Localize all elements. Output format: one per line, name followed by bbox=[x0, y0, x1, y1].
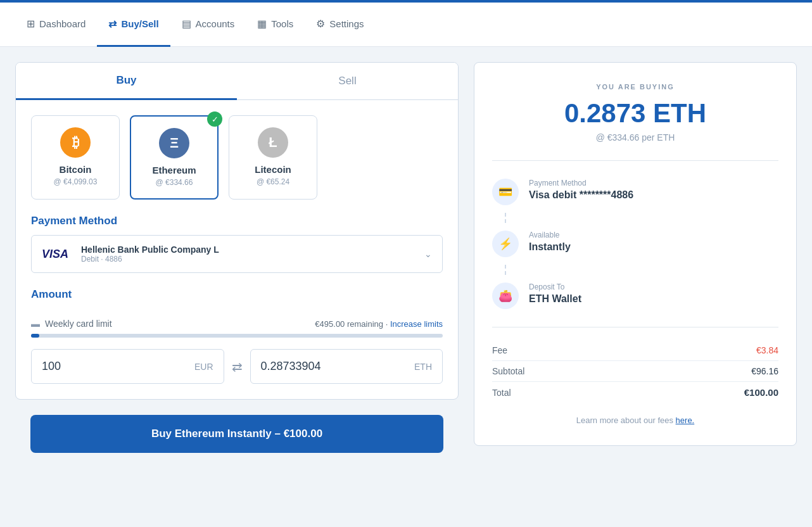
amount-inputs: EUR ⇄ ETH bbox=[31, 349, 443, 384]
bitcoin-name: Bitcoin bbox=[42, 164, 109, 175]
credit-card-icon: 💳 bbox=[498, 185, 512, 199]
limit-label: ▬ Weekly card limit bbox=[31, 319, 112, 329]
summary-card: YOU ARE BUYING 0.2873 ETH @ €334.66 per … bbox=[474, 62, 797, 446]
nav-label-settings: Settings bbox=[329, 18, 364, 29]
buy-button[interactable]: Buy Ethereum Instantly – €100.00 bbox=[30, 415, 443, 453]
nav-label-accounts: Accounts bbox=[196, 18, 235, 29]
payment-section-label: Payment Method bbox=[16, 200, 458, 235]
ethereum-name: Ethereum bbox=[141, 165, 207, 175]
bitcoin-icon: ₿ bbox=[60, 127, 91, 158]
available-label: Available bbox=[529, 231, 571, 239]
summary-payment-row: 💳 Payment Method Visa debit ********4886 bbox=[492, 171, 778, 213]
payment-details: Hellenic Bank Public Company L Debit · 4… bbox=[81, 244, 417, 264]
settings-icon: ⚙ bbox=[316, 18, 325, 30]
crypto-card-ethereum[interactable]: ✓ Ξ Ethereum @ €334.66 bbox=[130, 115, 219, 200]
left-panel: Buy Sell ₿ Bitcoin @ €4,099.03 ✓ Ξ Ether… bbox=[15, 62, 459, 512]
chevron-down-icon: ⌄ bbox=[424, 249, 432, 259]
litecoin-price: @ €65.24 bbox=[239, 177, 307, 186]
amount-section-label: Amount bbox=[16, 273, 458, 308]
tabs: Buy Sell bbox=[16, 63, 458, 100]
buy-amount-display: 0.2873 ETH bbox=[492, 98, 778, 129]
fee-section: Fee €3.84 Subtotal €96.16 Total €100.00 bbox=[492, 340, 778, 403]
card-type: Debit · 4886 bbox=[81, 255, 417, 264]
tab-sell[interactable]: Sell bbox=[237, 63, 458, 99]
buy-rate-display: @ €334.66 per ETH bbox=[492, 132, 778, 143]
divider-2 bbox=[492, 327, 778, 327]
progress-fill bbox=[31, 334, 39, 338]
weekly-limit-text: Weekly card limit bbox=[45, 319, 112, 329]
fees-link[interactable]: here. bbox=[676, 416, 695, 425]
payment-icon-wrap: 💳 bbox=[492, 179, 519, 205]
card-icon: ▬ bbox=[31, 319, 40, 329]
nav-item-settings[interactable]: ⚙ Settings bbox=[305, 3, 375, 47]
eur-currency-label: EUR bbox=[194, 362, 213, 372]
crypto-card-litecoin[interactable]: Ł Litecoin @ €65.24 bbox=[229, 115, 317, 200]
right-panel: YOU ARE BUYING 0.2873 ETH @ €334.66 per … bbox=[459, 62, 797, 512]
progress-bar bbox=[31, 334, 443, 338]
deposit-icon-wrap: 👛 bbox=[492, 283, 519, 309]
accounts-icon: ▤ bbox=[182, 18, 191, 30]
limit-row: ▬ Weekly card limit €495.00 remaining · … bbox=[31, 319, 443, 329]
swap-icon[interactable]: ⇄ bbox=[232, 359, 243, 374]
divider-1 bbox=[492, 160, 778, 161]
summary-deposit-row: 👛 Deposit To ETH Wallet bbox=[492, 275, 778, 317]
nav-item-tools[interactable]: ▦ Tools bbox=[246, 3, 305, 47]
tools-icon: ▦ bbox=[257, 18, 267, 30]
visa-logo: VISA bbox=[42, 248, 73, 261]
remaining-amount: €495.00 remaining bbox=[315, 319, 383, 329]
bitcoin-price: @ €4,099.03 bbox=[42, 177, 109, 186]
nav-item-buysell[interactable]: ⇄ Buy/Sell bbox=[97, 3, 170, 47]
available-icon-wrap: ⚡ bbox=[492, 231, 519, 257]
total-row: Total €100.00 bbox=[492, 382, 778, 403]
you-are-buying-label: YOU ARE BUYING bbox=[492, 83, 778, 91]
nav-label-tools: Tools bbox=[271, 18, 293, 29]
summary-available-row: ⚡ Available Instantly bbox=[492, 223, 778, 265]
dashboard-icon: ⊞ bbox=[27, 18, 35, 30]
subtotal-label: Subtotal bbox=[492, 366, 524, 376]
available-value: Instantly bbox=[529, 241, 571, 253]
navbar: ⊞ Dashboard ⇄ Buy/Sell ▤ Accounts ▦ Tool… bbox=[0, 3, 812, 47]
fee-row: Fee €3.84 bbox=[492, 340, 778, 361]
eur-input[interactable] bbox=[42, 360, 194, 373]
bank-name: Hellenic Bank Public Company L bbox=[81, 244, 417, 255]
ethereum-icon: Ξ bbox=[159, 128, 189, 158]
payment-info-text: Payment Method Visa debit ********4886 bbox=[529, 179, 633, 201]
crypto-selector: ₿ Bitcoin @ €4,099.03 ✓ Ξ Ethereum @ €33… bbox=[16, 100, 458, 200]
wallet-icon: 👛 bbox=[498, 289, 512, 303]
payment-dropdown[interactable]: VISA Hellenic Bank Public Company L Debi… bbox=[31, 235, 443, 273]
nav-item-accounts[interactable]: ▤ Accounts bbox=[170, 3, 246, 47]
increase-limits-link[interactable]: Increase limits bbox=[390, 319, 443, 329]
selected-checkmark: ✓ bbox=[207, 111, 222, 127]
eth-input[interactable] bbox=[261, 360, 415, 373]
nav-label-buysell: Buy/Sell bbox=[121, 18, 158, 29]
limit-right: €495.00 remaining · Increase limits bbox=[315, 319, 443, 329]
litecoin-name: Litecoin bbox=[239, 164, 307, 175]
fee-label: Fee bbox=[492, 345, 507, 355]
subtotal-value: €96.16 bbox=[751, 366, 778, 376]
eth-input-wrap: ETH bbox=[250, 349, 443, 384]
nav-label-dashboard: Dashboard bbox=[39, 18, 86, 29]
amount-section: ▬ Weekly card limit €495.00 remaining · … bbox=[16, 319, 458, 399]
subtotal-row: Subtotal €96.16 bbox=[492, 361, 778, 382]
crypto-card-bitcoin[interactable]: ₿ Bitcoin @ €4,099.03 bbox=[31, 115, 120, 200]
dashed-connector-2 bbox=[505, 265, 778, 275]
deposit-label: Deposit To bbox=[529, 283, 581, 291]
footer-note: Learn more about our fees here. bbox=[492, 416, 778, 425]
tab-card: Buy Sell ₿ Bitcoin @ €4,099.03 ✓ Ξ Ether… bbox=[15, 62, 459, 400]
lightning-icon: ⚡ bbox=[498, 237, 512, 251]
available-info-text: Available Instantly bbox=[529, 231, 571, 253]
tab-buy[interactable]: Buy bbox=[16, 63, 237, 100]
eth-currency-label: ETH bbox=[414, 362, 432, 372]
eur-input-wrap: EUR bbox=[31, 349, 224, 384]
payment-method-label: Payment Method bbox=[529, 179, 633, 187]
total-label: Total bbox=[492, 388, 511, 398]
deposit-value: ETH Wallet bbox=[529, 293, 581, 305]
fee-value: €3.84 bbox=[756, 345, 778, 355]
payment-method-value: Visa debit ********4886 bbox=[529, 189, 633, 201]
buysell-icon: ⇄ bbox=[108, 18, 117, 30]
litecoin-icon: Ł bbox=[258, 127, 288, 158]
dashed-connector-1 bbox=[505, 213, 778, 223]
ethereum-price: @ €334.66 bbox=[141, 178, 207, 187]
nav-item-dashboard[interactable]: ⊞ Dashboard bbox=[15, 3, 97, 47]
total-value: €100.00 bbox=[744, 387, 778, 398]
